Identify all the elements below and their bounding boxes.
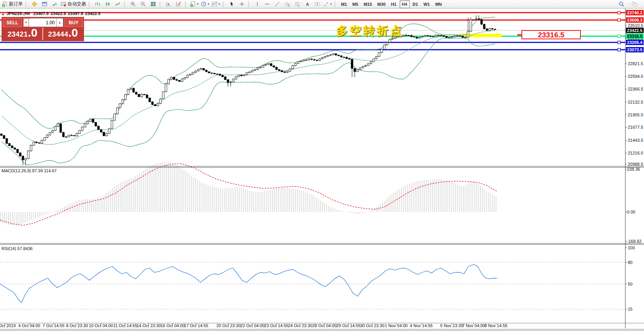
vertical-line-tool-button[interactable] [252,0,262,8]
candle-body [184,77,186,79]
candle-body [437,35,439,35]
chat-button[interactable] [629,0,639,8]
tile-windows-button[interactable] [148,0,158,8]
candle-body [381,49,383,52]
title-close: 23422.5 [85,11,101,16]
candle-body [305,60,307,60]
arrows-tool-button[interactable]: ▾ [322,0,333,8]
line-handle[interactable] [618,35,620,37]
candle-body [483,24,485,29]
trendline-tool-button[interactable] [272,0,282,8]
time-axis-label: 24 Oct 23:30 [288,323,313,328]
candle-body [92,119,94,123]
time-axis-label: 17 Oct 14:55 [184,323,209,328]
time-axis-label: 23 Oct 14:55 [264,323,289,328]
chart-shift-button[interactable] [173,0,183,8]
time-axis-label: 20 Oct 23:30 [217,323,241,328]
ask-price-main: 23444 [48,30,69,39]
candle-body [389,39,391,42]
text-label-tool-button[interactable]: T [312,0,322,8]
search-button[interactable] [616,0,626,8]
auto-scroll-button[interactable] [163,0,173,8]
candle-body [149,98,151,102]
candlestick-chart-button[interactable] [103,0,113,8]
price-callout-label[interactable]: 23316.5 [521,30,581,39]
candle-body [89,119,91,121]
zoom-in-button[interactable] [128,0,138,8]
marker-price-label: 23205.4 [627,40,643,45]
y-axis-tick-label: 22366.5 [628,87,643,91]
candle-body [267,64,269,64]
candle-body [17,150,18,153]
candle-body [311,59,313,59]
market-watch-button[interactable] [29,0,39,8]
candle-body [281,71,283,72]
candle-body [478,19,480,20]
cursor-tool-button[interactable] [227,0,237,8]
channel-tool-button[interactable]: E [282,0,292,8]
bar-chart-icon [95,1,101,7]
clock-icon [201,1,207,7]
bid-price-button[interactable]: 23421 .0 [3,28,42,40]
candle-body [170,77,172,79]
text-icon: A [304,1,310,7]
volume-decrease-button[interactable]: ▼ [23,18,29,27]
candle-body [448,38,450,38]
time-axis-label: 22 Oct 04:00 [240,323,265,328]
candle-body [71,135,72,136]
rsi-indicator-label: RSI(14) 57.8436 [2,246,33,251]
svg-text:E: E [288,5,289,7]
candle-body [52,131,54,133]
bid-price-fraction: .0 [28,28,37,38]
buy-button[interactable]: BUY [64,18,83,27]
ask-price-button[interactable]: 23444 .0 [42,28,83,40]
volume-increase-button[interactable]: ▲ [57,18,63,27]
timeframe-m1-button[interactable]: M1 [339,0,349,8]
bar-chart-button[interactable] [92,0,103,8]
candle-body [367,64,369,66]
timeframe-m5-button[interactable]: M5 [350,0,360,8]
candle-body [491,29,493,29]
timeframe-d1-button[interactable]: D1 [410,0,420,8]
candle-body [243,75,245,76]
timeframe-h1-button[interactable]: H1 [388,0,399,8]
line-handle[interactable] [618,41,620,44]
timeframe-mn-button[interactable]: MN [433,0,444,8]
chart-canvas[interactable]: 23510.523283.023055.522821.522594.022366… [0,0,644,331]
candle-body [100,129,102,132]
zoom-out-button[interactable] [138,0,148,8]
line-handle[interactable] [618,11,620,14]
candle-body [462,36,464,37]
candle-body [273,66,275,67]
terminal-window-button[interactable] [39,0,49,8]
candle-body [278,70,280,71]
candle-body [489,29,491,30]
new-order-button[interactable]: 新订单 [1,0,24,8]
candle-body [251,71,253,72]
arrows-icon [323,1,329,7]
candle-body [446,37,447,38]
signals-button[interactable] [49,0,59,8]
timeframe-w1-button[interactable]: W1 [421,0,432,8]
templates-button[interactable]: ▾ [210,0,221,8]
autotrading-button[interactable]: 自动交易 [59,0,87,8]
time-axis-label: 11 Oct 14:55 [113,323,137,328]
chart-shift-icon [176,1,182,7]
line-handle[interactable] [618,49,620,51]
candle-body [11,146,13,148]
line-handle[interactable] [618,18,620,21]
crosshair-tool-button[interactable] [237,0,247,8]
turning-point-annotation[interactable]: 多空转折点 [336,23,404,39]
periods-button[interactable]: ▾ [200,0,210,8]
timeframe-m30-button[interactable]: M30 [375,0,388,8]
timeframe-m15-button[interactable]: M15 [362,0,374,8]
timeframe-h4-button[interactable]: H4 [400,0,410,8]
line-chart-button[interactable] [113,0,123,8]
sell-button[interactable]: SELL [3,18,22,27]
volume-input[interactable] [29,18,57,27]
text-tool-button[interactable]: A [302,0,312,8]
candle-body [205,70,207,72]
horizontal-line-tool-button[interactable] [262,0,272,8]
fibonacci-tool-button[interactable]: F [292,0,302,8]
new-chart-button[interactable]: ▾ [189,0,200,8]
